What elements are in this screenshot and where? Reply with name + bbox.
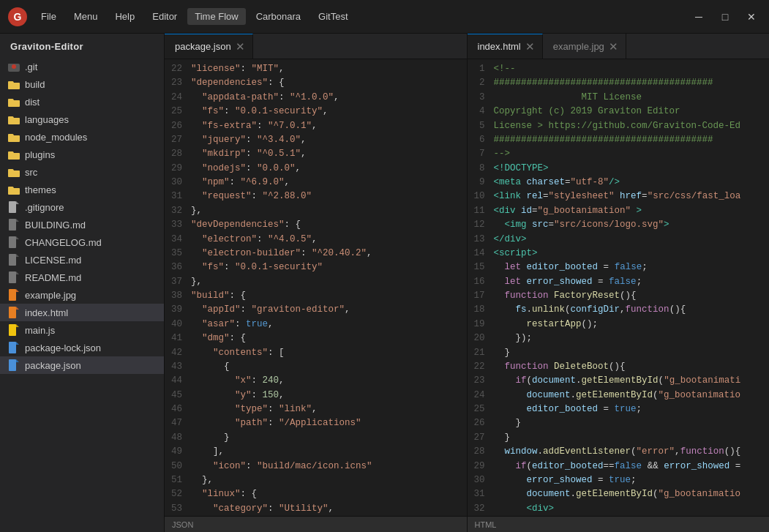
line-number: 49: [165, 445, 191, 459]
right-tab-example-jpg[interactable]: example.jpg✕: [543, 34, 626, 59]
line-number: 8: [468, 162, 494, 176]
right-tab-index-html[interactable]: index.html✕: [468, 34, 543, 59]
svg-rect-23: [9, 359, 16, 371]
line-content: <script>: [494, 247, 770, 261]
file-icon--gitignore: [7, 201, 20, 214]
line-content: <div id="g_bootanimation" >: [494, 204, 770, 218]
sidebar-item-label: package.json: [25, 360, 81, 371]
sidebar-item-package-lock-json[interactable]: package-lock.json: [0, 339, 164, 356]
code-line: 22 function DeleteBoot(){: [468, 360, 770, 374]
right-lang-label: HTML: [468, 516, 770, 532]
line-content: ########################################: [494, 76, 770, 90]
menu-item-editor[interactable]: Editor: [145, 8, 184, 25]
line-content: "nodejs": "0.0.0",: [191, 162, 467, 176]
left-tab-close[interactable]: ✕: [236, 41, 245, 52]
code-line: 46 "type": "link",: [165, 402, 467, 416]
line-number: 27: [165, 133, 191, 147]
file-icon-main-js: [7, 323, 20, 337]
sidebar-item-plugins[interactable]: plugins: [0, 146, 164, 163]
code-line: 19 restartApp();: [468, 318, 770, 331]
sidebar-item-example-jpg[interactable]: example.jpg: [0, 286, 164, 304]
sidebar-item-index-html[interactable]: index.html: [0, 304, 164, 321]
line-number: 40: [165, 318, 191, 331]
code-line: 4Copyright (c) 2019 Graviton Editor: [468, 105, 770, 119]
line-number: 14: [468, 247, 494, 261]
code-line: 42 "contents": [: [165, 346, 467, 360]
left-tab-package-json[interactable]: package.json ✕: [165, 34, 253, 59]
sidebar-item-main-js[interactable]: main.js: [0, 321, 164, 339]
line-number: 25: [468, 402, 494, 416]
line-number: 17: [468, 289, 494, 303]
code-line: 36 "fs": "0.0.1-security": [165, 261, 467, 274]
sidebar-item-node_modules[interactable]: node_modules: [0, 128, 164, 146]
right-tab-bar: index.html✕example.jpg✕: [468, 34, 770, 59]
tab-close-icon[interactable]: ✕: [525, 41, 535, 52]
line-number: 22: [468, 360, 494, 374]
code-line: 25 editor_booted = true;: [468, 402, 770, 416]
line-number: 39: [165, 303, 191, 317]
line-number: 44: [165, 374, 191, 388]
file-icon--git: [7, 60, 20, 73]
code-line: 33"devDependencies": {: [165, 218, 467, 232]
sidebar-item--git[interactable]: .git: [0, 58, 164, 75]
menu-item-gittest[interactable]: GitTest: [311, 8, 355, 25]
svg-marker-18: [16, 307, 19, 310]
sidebar-item-CHANGELOG-md[interactable]: CHANGELOG.md: [0, 233, 164, 251]
code-line: 52 "linux": {: [165, 487, 467, 501]
line-number: 34: [165, 233, 191, 247]
line-content: <!DOCTYPE>: [494, 162, 770, 176]
maximize-button[interactable]: □: [715, 7, 735, 27]
code-line: 27 }: [468, 431, 770, 445]
menu-item-time-flow[interactable]: Time Flow: [187, 8, 245, 25]
code-line: 38"build": {: [165, 289, 467, 303]
sidebar-item-themes[interactable]: themes: [0, 181, 164, 198]
menu-item-carbonara[interactable]: Carbonara: [249, 8, 308, 25]
titlebar: G FileMenuHelpEditorTime FlowCarbonaraGi…: [0, 0, 769, 34]
right-code-scroll[interactable]: 1<!--2##################################…: [468, 59, 770, 516]
file-icon-LICENSE-md: [7, 253, 20, 266]
code-line: 32 <div>: [468, 502, 770, 516]
line-content: error_showed = true;: [494, 473, 770, 487]
line-content: "appdata-path": "^1.0.0",: [191, 91, 467, 105]
code-line: 32},: [165, 204, 467, 218]
line-content: "linux": {: [191, 487, 467, 501]
tab-close-icon[interactable]: ✕: [609, 41, 618, 52]
tab-label: index.html: [478, 41, 521, 52]
line-content: "jquery": "^3.4.0",: [191, 133, 467, 147]
line-number: 23: [468, 374, 494, 388]
sidebar-item--gitignore[interactable]: .gitignore: [0, 198, 164, 216]
menu-item-help[interactable]: Help: [108, 8, 142, 25]
file-icon-src: [7, 165, 20, 179]
left-lang-label: JSON: [165, 516, 467, 532]
tab-label: example.jpg: [553, 41, 604, 52]
code-line: 40 "asar": true,: [165, 318, 467, 331]
minimize-button[interactable]: ─: [689, 7, 709, 27]
editor-area: package.json ✕ 22"license": "MIT",23"dep…: [165, 34, 769, 532]
code-line: 43 {: [165, 360, 467, 374]
line-number: 52: [165, 487, 191, 501]
sidebar-item-dist[interactable]: dist: [0, 93, 164, 110]
code-line: 18 fs.unlink(configDir,function(){: [468, 303, 770, 317]
line-number: 30: [165, 176, 191, 190]
file-icon-dist: [7, 95, 20, 108]
menu-item-file[interactable]: File: [34, 8, 64, 25]
sidebar-item-languages[interactable]: languages: [0, 110, 164, 128]
sidebar-item-LICENSE-md[interactable]: LICENSE.md: [0, 251, 164, 269]
sidebar-item-label: example.jpg: [25, 290, 76, 301]
sidebar-item-README-md[interactable]: README.md: [0, 269, 164, 286]
line-number: 51: [165, 473, 191, 487]
sidebar-item-build[interactable]: build: [0, 75, 164, 93]
svg-rect-5: [9, 201, 16, 213]
left-code-scroll[interactable]: 22"license": "MIT",23"dependencies": {24…: [165, 59, 467, 516]
sidebar-item-package-json[interactable]: package.json: [0, 356, 164, 374]
svg-marker-22: [16, 342, 19, 345]
sidebar-item-BUILDING-md[interactable]: BUILDING.md: [0, 216, 164, 233]
line-number: 25: [165, 105, 191, 119]
line-number: 24: [165, 91, 191, 105]
code-line: 47 "path": "/Applications": [165, 416, 467, 430]
editors-container: package.json ✕ 22"license": "MIT",23"dep…: [165, 34, 769, 532]
sidebar-item-src[interactable]: src: [0, 163, 164, 181]
menu-item-menu[interactable]: Menu: [67, 8, 105, 25]
close-button[interactable]: ✕: [741, 7, 762, 27]
line-content: "electron": "^4.0.5",: [191, 233, 467, 247]
